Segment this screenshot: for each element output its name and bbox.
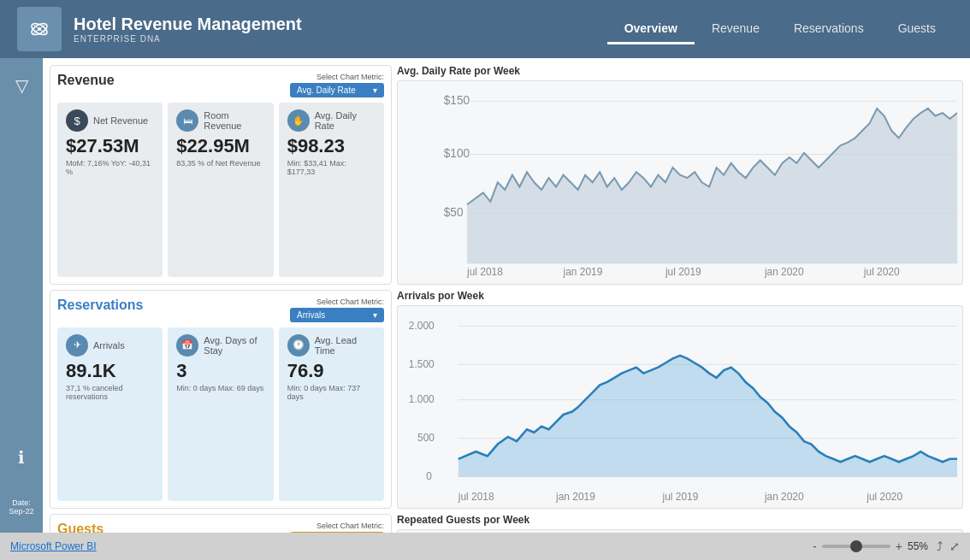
avg-days-label: Avg. Days of Stay <box>204 335 264 356</box>
guests-metric-dropdown[interactable]: Repeated Guests ▾ <box>290 532 384 533</box>
svg-text:$100: $100 <box>444 147 470 160</box>
nav-revenue[interactable]: Revenue <box>695 15 777 44</box>
revenue-header: Revenue Select Chart Metric: Avg. Daily … <box>57 73 384 97</box>
svg-text:500: 500 <box>417 432 435 444</box>
arrivals-value: 89.1K <box>66 360 154 382</box>
avg-days-card: 📅 Avg. Days of Stay 3 Min: 0 days Max: 6… <box>168 327 273 502</box>
guests-section: Guests Select Chart Metric: Repeated Gue… <box>50 514 392 533</box>
revenue-metric-dropdown[interactable]: Avg. Daily Rate ▾ <box>290 83 384 97</box>
reservations-title: Reservations <box>57 298 144 313</box>
app-subtitle: ENTERPRISE DNA <box>74 34 302 44</box>
room-revenue-card: 🛏 Room Revenue $22.95M 83,35 % of Net Re… <box>168 103 273 277</box>
svg-text:jul 2018: jul 2018 <box>466 266 503 278</box>
zoom-minus-button[interactable]: - <box>813 539 817 553</box>
net-revenue-value: $27.53M <box>66 135 154 157</box>
share-icon[interactable]: ⤴ <box>937 539 943 553</box>
avg-days-value: 3 <box>176 360 264 382</box>
room-revenue-sub: 83,35 % of Net Revenue <box>176 159 264 168</box>
zoom-plus-button[interactable]: + <box>896 539 902 553</box>
guests-title: Guests <box>57 522 104 533</box>
header-title-block: Hotel Revenue Management ENTERPRISE DNA <box>74 15 302 44</box>
main-nav: Overview Revenue Reservations Guests <box>607 15 953 44</box>
revenue-metric-selector: Select Chart Metric: Avg. Daily Rate ▾ <box>290 73 384 97</box>
avg-lead-value: 76.9 <box>287 360 376 382</box>
reservations-section: Reservations Select Chart Metric: Arriva… <box>50 290 392 510</box>
sidebar-bottom: ℹ Date: Sep-22 <box>9 447 33 516</box>
svg-point-4 <box>38 27 41 31</box>
expand-icon[interactable]: ⤢ <box>949 539 960 553</box>
avg-daily-rate-value: $98.23 <box>287 135 376 157</box>
header: Hotel Revenue Management ENTERPRISE DNA … <box>0 0 970 58</box>
revenue-row: Revenue Select Chart Metric: Avg. Daily … <box>50 65 963 285</box>
arrivals-label: Arrivals <box>93 340 125 351</box>
guests-header: Guests Select Chart Metric: Repeated Gue… <box>57 522 384 533</box>
svg-text:1.500: 1.500 <box>409 357 435 369</box>
avg-daily-rate-icon: ✋ <box>287 109 310 132</box>
svg-text:jul 2018: jul 2018 <box>458 491 494 503</box>
net-revenue-icon: $ <box>66 109 88 132</box>
chevron-down-icon: ▾ <box>373 85 377 95</box>
reservations-chart-title: Arrivals por Week <box>397 290 963 302</box>
zoom-slider[interactable] <box>822 545 890 548</box>
svg-text:jan 2020: jan 2020 <box>764 491 804 503</box>
content-area: Revenue Select Chart Metric: Avg. Daily … <box>43 58 970 533</box>
arrivals-icon: ✈ <box>66 334 88 357</box>
revenue-section: Revenue Select Chart Metric: Avg. Daily … <box>50 65 392 285</box>
guests-row: Guests Select Chart Metric: Repeated Gue… <box>50 514 963 533</box>
revenue-chart-svg: $150 $100 $50 jul 2018 jan 2019 jul 2019… <box>403 86 957 279</box>
reservations-row: Reservations Select Chart Metric: Arriva… <box>50 290 963 510</box>
net-revenue-card: $ Net Revenue $27.53M MoM: 7,16% YoY: -4… <box>57 103 163 277</box>
arrivals-sub: 37,1 % canceled reservations <box>66 384 154 401</box>
info-icon[interactable]: ℹ <box>18 447 25 468</box>
guests-chart-wrapper: Repeated Guests por Week 200 150 100 50 … <box>397 514 963 533</box>
guests-chart: 200 150 100 50 0 jul 2018 jan 2019 jul 2… <box>397 529 963 533</box>
zoom-slider-thumb[interactable] <box>850 540 862 552</box>
avg-lead-icon: 🕐 <box>287 334 310 357</box>
reservations-kpi-cards: ✈ Arrivals 89.1K 37,1 % canceled reserva… <box>57 327 384 502</box>
svg-text:jul 2019: jul 2019 <box>662 491 699 503</box>
svg-text:jan 2020: jan 2020 <box>764 266 804 278</box>
reservations-header: Reservations Select Chart Metric: Arriva… <box>57 298 384 322</box>
svg-text:$150: $150 <box>444 94 470 107</box>
bottom-bar: Microsoft Power BI - + 55% ⤴ ⤢ <box>0 533 970 560</box>
zoom-controls: - + 55% <box>813 539 928 553</box>
filter-icon[interactable]: ▽ <box>15 75 28 96</box>
revenue-chart-title: Avg. Daily Rate por Week <box>397 65 963 77</box>
reservations-chart-svg: 2.000 1.500 1.000 500 0 jul 2018 jan 201… <box>403 311 957 504</box>
guests-chart-title: Repeated Guests por Week <box>397 514 963 526</box>
revenue-kpi-cards: $ Net Revenue $27.53M MoM: 7,16% YoY: -4… <box>57 103 384 277</box>
svg-text:jan 2019: jan 2019 <box>555 491 595 503</box>
reservations-metric-label: Select Chart Metric: <box>316 298 384 306</box>
svg-text:$50: $50 <box>444 206 464 219</box>
zoom-percent: 55% <box>908 540 928 552</box>
guests-metric-selector: Select Chart Metric: Repeated Guests ▾ <box>290 522 384 533</box>
room-revenue-icon: 🛏 <box>176 109 198 132</box>
net-revenue-label: Net Revenue <box>93 115 148 126</box>
reservations-chart-wrapper: Arrivals por Week 2.000 1.500 1.000 500 … <box>397 290 963 510</box>
net-revenue-sub: MoM: 7,16% YoY: -40,31 % <box>66 159 154 176</box>
svg-text:jul 2020: jul 2020 <box>866 491 902 503</box>
room-revenue-label: Room Revenue <box>204 110 264 131</box>
avg-daily-rate-sub: Min: $33,41 Max: $177,33 <box>287 159 376 176</box>
avg-lead-card: 🕐 Avg. Lead Time 76.9 Min: 0 days Max: 7… <box>279 327 384 502</box>
app-title: Hotel Revenue Management <box>74 15 302 34</box>
reservations-chart: 2.000 1.500 1.000 500 0 jul 2018 jan 201… <box>397 305 963 510</box>
room-revenue-value: $22.95M <box>176 135 264 157</box>
powerbi-link-area[interactable]: Microsoft Power BI <box>10 540 97 552</box>
sidebar: ▽ ℹ Date: Sep-22 <box>0 58 43 533</box>
arrivals-card: ✈ Arrivals 89.1K 37,1 % canceled reserva… <box>57 327 163 502</box>
avg-daily-rate-label: Avg. Daily Rate <box>315 110 376 131</box>
logo <box>17 7 62 51</box>
avg-daily-rate-card: ✋ Avg. Daily Rate $98.23 Min: $33,41 Max… <box>279 103 384 277</box>
revenue-chart-wrapper: Avg. Daily Rate por Week $150 $100 $50 j… <box>397 65 963 285</box>
main-body: ▽ ℹ Date: Sep-22 Revenue Select Chart Me… <box>0 58 970 533</box>
reservations-metric-dropdown[interactable]: Arrivals ▾ <box>290 308 384 322</box>
powerbi-link[interactable]: Microsoft Power BI <box>10 540 97 552</box>
revenue-title: Revenue <box>57 73 115 88</box>
nav-guests[interactable]: Guests <box>881 15 953 44</box>
nav-reservations[interactable]: Reservations <box>777 15 881 44</box>
dna-icon <box>24 14 55 44</box>
nav-overview[interactable]: Overview <box>607 15 695 44</box>
reservations-metric-selector: Select Chart Metric: Arrivals ▾ <box>290 298 384 322</box>
sidebar-date: Date: Sep-22 <box>9 498 33 516</box>
